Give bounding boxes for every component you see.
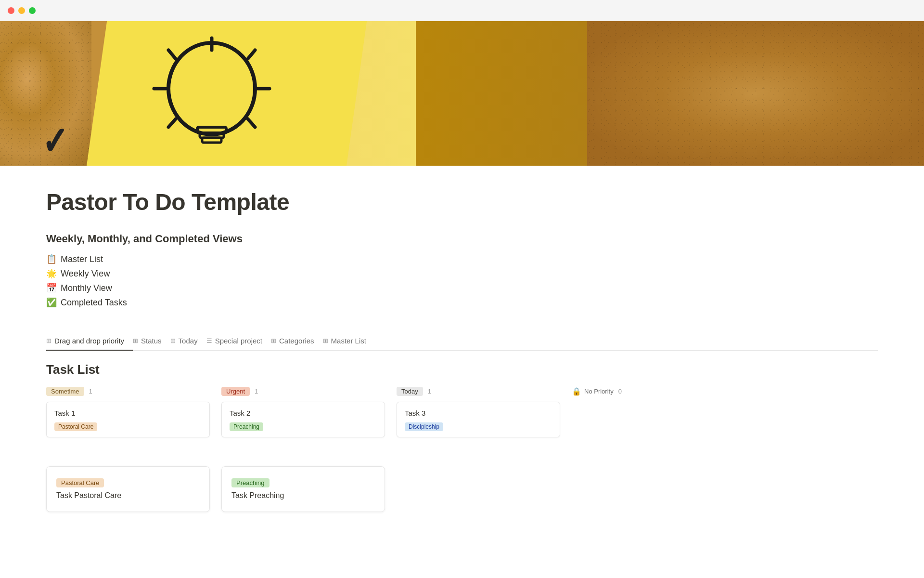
nav-label-master-list: Master List: [61, 254, 103, 264]
lightbulb-illustration: [106, 31, 337, 161]
badge-today: Today: [397, 387, 423, 396]
minimize-button[interactable]: [18, 7, 25, 14]
nav-label-completed-tasks: Completed Tasks: [61, 298, 127, 308]
nav-item-master-list[interactable]: 📋 Master List: [46, 252, 878, 266]
kanban-card-task2[interactable]: Task 2 Preaching: [221, 402, 385, 437]
tab-icon-today: ⊞: [170, 337, 176, 344]
bottom-card-label-preaching: Preaching: [231, 478, 270, 487]
weekly-view-icon: 🌟: [46, 268, 57, 279]
tab-icon-status: ⊞: [133, 337, 138, 344]
nav-item-weekly-view[interactable]: 🌟 Weekly View: [46, 266, 878, 281]
cork-texture-right: [587, 21, 924, 166]
kanban-col-header-today: Today 1: [397, 387, 560, 396]
svg-line-7: [248, 119, 255, 127]
tab-icon-master-list: ⊞: [323, 337, 328, 344]
card-tag-discipleship: Discipleship: [405, 422, 443, 431]
svg-line-5: [248, 50, 255, 59]
card-title-task3: Task 3: [405, 409, 552, 417]
card-title-task2: Task 2: [230, 409, 377, 417]
tab-icon-special: ☰: [206, 337, 212, 344]
tab-status[interactable]: ⊞ Status: [133, 333, 170, 351]
bottom-card-pastoral-care[interactable]: Pastoral Care Task Pastoral Care: [46, 466, 210, 512]
fullscreen-button[interactable]: [29, 7, 36, 14]
checkmark-decoration: ✓: [42, 122, 68, 161]
page-title: Pastor To Do Template: [46, 189, 878, 215]
kanban-column-urgent: Urgent 1 Task 2 Preaching: [221, 387, 385, 437]
kanban-board: Sometime 1 Task 1 Pastoral Care Urgent 1…: [46, 387, 878, 437]
bottom-card-label-pastoral: Pastoral Care: [56, 478, 104, 487]
tab-today[interactable]: ⊞ Today: [170, 333, 206, 351]
monthly-view-icon: 📅: [46, 283, 57, 293]
bottom-card-title-preaching: Task Preaching: [231, 491, 375, 500]
count-urgent: 1: [255, 388, 258, 395]
traffic-lights-bar: [0, 0, 924, 21]
bottom-card-title-pastoral: Task Pastoral Care: [56, 491, 200, 500]
svg-rect-3: [202, 138, 221, 143]
badge-urgent: Urgent: [221, 387, 250, 396]
master-list-icon: 📋: [46, 254, 57, 264]
tab-icon-categories: ⊞: [271, 337, 276, 344]
nav-label-monthly-view: Monthly View: [61, 283, 112, 293]
section-heading: Weekly, Monthly, and Completed Views: [46, 233, 878, 245]
bottom-cards: Pastoral Care Task Pastoral Care Preachi…: [46, 466, 878, 512]
tab-label-master-list: Master List: [331, 337, 366, 345]
task-list-heading: Task List: [46, 362, 878, 377]
tab-icon-drag-drop: ⊞: [46, 337, 51, 344]
svg-point-0: [168, 43, 255, 134]
kanban-card-task3[interactable]: Task 3 Discipleship: [397, 402, 560, 437]
close-button[interactable]: [8, 7, 14, 14]
database-tabs: ⊞ Drag and drop priority ⊞ Status ⊞ Toda…: [46, 333, 878, 351]
kanban-col-header-sometime: Sometime 1: [46, 387, 210, 396]
content-area: Pastor To Do Template Weekly, Monthly, a…: [0, 166, 924, 541]
bottom-card-preaching[interactable]: Preaching Task Preaching: [221, 466, 385, 512]
nav-label-weekly-view: Weekly View: [61, 269, 110, 279]
tab-label-special: Special project: [215, 337, 262, 345]
tab-drag-drop-priority[interactable]: ⊞ Drag and drop priority: [46, 333, 133, 351]
hero-banner: ✓: [0, 21, 924, 166]
badge-no-priority: 🔒 No Priority: [572, 387, 614, 396]
card-tag-preaching: Preaching: [230, 422, 263, 431]
kanban-column-no-priority: 🔒 No Priority 0: [572, 387, 735, 402]
kanban-column-sometime: Sometime 1 Task 1 Pastoral Care: [46, 387, 210, 437]
card-title-task1: Task 1: [54, 409, 202, 417]
nav-item-completed-tasks[interactable]: ✅ Completed Tasks: [46, 295, 878, 310]
card-tag-pastoral: Pastoral Care: [54, 422, 97, 431]
no-priority-icon: 🔒: [572, 387, 581, 396]
kanban-card-task1[interactable]: Task 1 Pastoral Care: [46, 402, 210, 437]
count-no-priority: 0: [618, 388, 622, 395]
svg-line-8: [168, 50, 176, 59]
tab-label-categories: Categories: [279, 337, 314, 345]
nav-item-monthly-view[interactable]: 📅 Monthly View: [46, 281, 878, 295]
count-sometime: 1: [89, 388, 92, 395]
tab-label-status: Status: [141, 337, 162, 345]
tab-master-list[interactable]: ⊞ Master List: [323, 333, 375, 351]
nav-list: 📋 Master List 🌟 Weekly View 📅 Monthly Vi…: [46, 252, 878, 310]
kanban-col-header-urgent: Urgent 1: [221, 387, 385, 396]
kanban-column-today: Today 1 Task 3 Discipleship: [397, 387, 560, 437]
np-label: No Priority: [584, 388, 614, 395]
tab-label-today: Today: [179, 337, 198, 345]
tab-special-project[interactable]: ☰ Special project: [206, 333, 271, 351]
count-today: 1: [428, 388, 431, 395]
svg-line-10: [168, 119, 176, 127]
badge-sometime: Sometime: [46, 387, 84, 396]
kanban-col-header-no-priority: 🔒 No Priority 0: [572, 387, 735, 396]
tab-label-drag-drop: Drag and drop priority: [54, 337, 124, 345]
tab-categories[interactable]: ⊞ Categories: [271, 333, 323, 351]
completed-tasks-icon: ✅: [46, 297, 57, 308]
